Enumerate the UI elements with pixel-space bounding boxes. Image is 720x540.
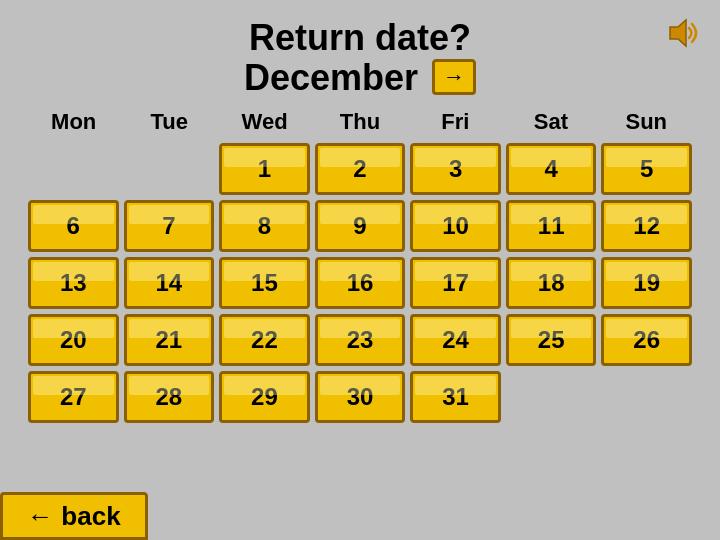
cal-day-18[interactable]: 18	[506, 257, 597, 309]
cal-day-9[interactable]: 9	[315, 200, 406, 252]
cal-empty	[506, 371, 597, 423]
cal-day-3[interactable]: 3	[410, 143, 501, 195]
cal-day-15[interactable]: 15	[219, 257, 310, 309]
cal-day-6[interactable]: 6	[28, 200, 119, 252]
cal-day-14[interactable]: 14	[124, 257, 215, 309]
cal-day-21[interactable]: 21	[124, 314, 215, 366]
title-line2: December	[244, 58, 418, 98]
cal-day-10[interactable]: 10	[410, 200, 501, 252]
day-header-thu: Thu	[314, 107, 405, 137]
back-arrow-icon: ←	[27, 501, 53, 532]
cal-day-22[interactable]: 22	[219, 314, 310, 366]
cal-day-20[interactable]: 20	[28, 314, 119, 366]
day-header-sat: Sat	[505, 107, 596, 137]
cal-day-12[interactable]: 12	[601, 200, 692, 252]
cal-day-29[interactable]: 29	[219, 371, 310, 423]
cal-day-24[interactable]: 24	[410, 314, 501, 366]
cal-empty	[601, 371, 692, 423]
cal-day-4[interactable]: 4	[506, 143, 597, 195]
day-header-fri: Fri	[410, 107, 501, 137]
cal-day-11[interactable]: 11	[506, 200, 597, 252]
cal-day-27[interactable]: 27	[28, 371, 119, 423]
day-headers: MonTueWedThuFriSatSun	[28, 107, 692, 137]
back-button[interactable]: ← back	[0, 492, 148, 540]
cal-day-7[interactable]: 7	[124, 200, 215, 252]
cal-day-26[interactable]: 26	[601, 314, 692, 366]
header: Return date? December →	[0, 0, 720, 103]
cal-day-17[interactable]: 17	[410, 257, 501, 309]
day-header-wed: Wed	[219, 107, 310, 137]
day-header-sun: Sun	[601, 107, 692, 137]
cal-day-13[interactable]: 13	[28, 257, 119, 309]
cal-day-5[interactable]: 5	[601, 143, 692, 195]
cal-empty	[28, 143, 119, 195]
next-button[interactable]: →	[432, 59, 476, 95]
cal-day-28[interactable]: 28	[124, 371, 215, 423]
cal-day-25[interactable]: 25	[506, 314, 597, 366]
cal-day-2[interactable]: 2	[315, 143, 406, 195]
cal-day-16[interactable]: 16	[315, 257, 406, 309]
day-header-tue: Tue	[123, 107, 214, 137]
title-line1: Return date?	[0, 18, 720, 58]
cal-day-8[interactable]: 8	[219, 200, 310, 252]
calendar-grid: 1234567891011121314151617181920212223242…	[28, 143, 692, 423]
page: Return date? December → MonTueWedThuFriS…	[0, 0, 720, 540]
cal-day-1[interactable]: 1	[219, 143, 310, 195]
cal-empty	[124, 143, 215, 195]
cal-day-30[interactable]: 30	[315, 371, 406, 423]
cal-day-31[interactable]: 31	[410, 371, 501, 423]
cal-day-23[interactable]: 23	[315, 314, 406, 366]
day-header-mon: Mon	[28, 107, 119, 137]
back-label: back	[61, 501, 120, 532]
cal-day-19[interactable]: 19	[601, 257, 692, 309]
calendar-area: MonTueWedThuFriSatSun 123456789101112131…	[0, 103, 720, 423]
